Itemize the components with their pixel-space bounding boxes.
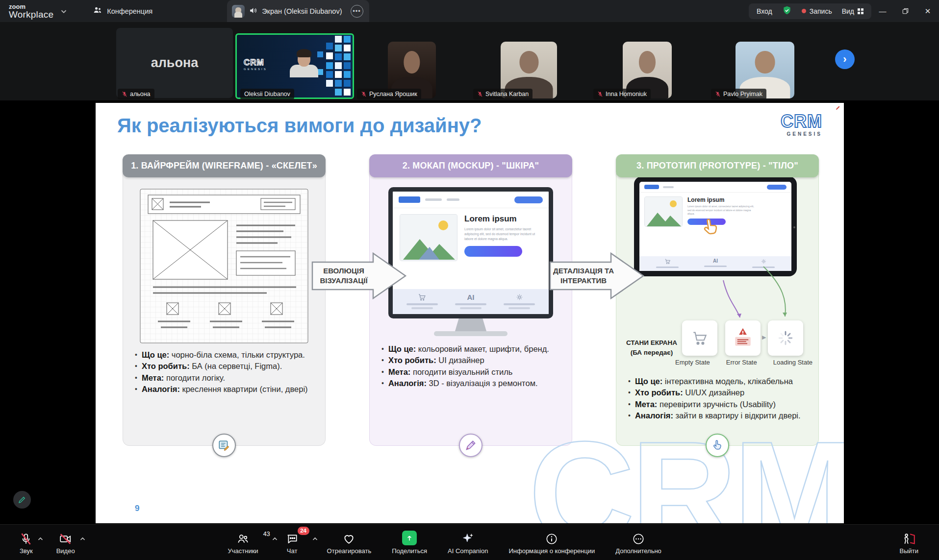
- participants-chevron[interactable]: [272, 535, 278, 542]
- ai-companion-label: AI Companion: [448, 547, 488, 555]
- annotation-marker-icon: [835, 105, 841, 111]
- audio-button[interactable]: Звук: [20, 531, 33, 555]
- window-minimize-button[interactable]: —: [871, 0, 894, 22]
- meeting-info-label: Информация о конференции: [508, 547, 595, 555]
- login-button[interactable]: Вход: [757, 7, 772, 15]
- audio-label: Звук: [20, 547, 33, 555]
- monitor-mockup: Lorem ipsum Lorem ipsum dolor sit amet, …: [388, 187, 553, 336]
- more-icon: [632, 531, 645, 545]
- record-label: Запись: [810, 7, 832, 15]
- chat-unread-badge: 24: [298, 527, 309, 535]
- card-wireframe-header: 1. ВАЙРФРЕЙМ (WIREFRAME) - «СКЕЛЕТ»: [123, 154, 326, 177]
- shared-screen-stage: Як реалізуються вимоги до дизайну? CRM G…: [0, 100, 939, 524]
- camera-off-icon: [59, 531, 72, 545]
- design-tools-icon: [459, 434, 482, 457]
- tab-conference[interactable]: Конференция: [93, 5, 152, 17]
- leave-door-icon: [902, 531, 916, 545]
- card-mockup-header: 2. МОКАП (MOCKUP) - "ШКІРА": [369, 154, 572, 177]
- security-shield-icon[interactable]: [782, 5, 792, 17]
- next-participants-button[interactable]: ›: [835, 49, 855, 69]
- participants-button[interactable]: Участники 43: [228, 531, 258, 555]
- heart-icon: [342, 531, 355, 545]
- workspace-chevron-down-icon[interactable]: [60, 7, 67, 16]
- name-tag-alona: альона: [118, 89, 154, 99]
- spinner-icon: [777, 330, 794, 346]
- meeting-info-button[interactable]: Информация о конференции: [508, 531, 595, 555]
- info-icon: [545, 531, 558, 545]
- video-options-chevron[interactable]: [79, 535, 86, 542]
- view-button[interactable]: Вид: [842, 7, 863, 15]
- state-names: Empty State Error State Loading State: [675, 359, 812, 366]
- annotation-pencil-button[interactable]: [13, 491, 31, 509]
- chat-label: Чат: [287, 547, 298, 555]
- mockup-cta-button: [464, 246, 522, 257]
- video-tile-alona[interactable]: альона: [116, 28, 233, 98]
- leave-label: Выйти: [900, 547, 919, 555]
- speaker-silhouette: [290, 51, 318, 77]
- chat-button[interactable]: Чат 24: [286, 531, 299, 555]
- chat-chevron[interactable]: [312, 535, 318, 542]
- arrow-evolution: ЕВОЛЮЦІЯВІЗУАЛІЗАЦІЇ: [311, 252, 407, 299]
- view-label: Вид: [842, 7, 854, 15]
- mockup-heading: Lorem ipsum: [464, 214, 538, 224]
- audio-options-chevron[interactable]: [37, 535, 44, 542]
- image-placeholder: [400, 214, 457, 261]
- participants-label: Участники: [228, 547, 258, 555]
- wireframe-sketch: [139, 188, 309, 344]
- people-icon: [93, 5, 102, 17]
- error-icon: [730, 325, 756, 351]
- mockup-heading: Lorem ipsum: [687, 196, 756, 203]
- react-button[interactable]: Отреагировать: [327, 531, 372, 555]
- name-tag-pavlo: Pavlo Pryimak: [711, 89, 766, 99]
- titlebar: zoom Workplace Конференция Экран (Oleksi…: [0, 0, 939, 22]
- participant-name-large: альона: [151, 55, 199, 71]
- ai-companion-button[interactable]: AI Companion: [448, 531, 488, 555]
- empty-state-card: [682, 320, 717, 356]
- tab-more-icon[interactable]: •••: [351, 5, 363, 18]
- card-wireframe-bullets: •Що це: чорно-біла схема, тільки структу…: [135, 350, 313, 394]
- share-label: Поделиться: [392, 547, 427, 555]
- name-tag-svitlana: Svitlana Karban: [473, 89, 533, 99]
- tab-shared-screen[interactable]: Экран (Oleksii Diubanov) •••: [227, 0, 369, 22]
- page-number: 9: [135, 504, 139, 513]
- mockup-body-text: Lorem ipsum dolor sit amet, consectetur …: [464, 227, 538, 242]
- more-label: Дополнительно: [615, 547, 661, 555]
- share-button[interactable]: Поделиться: [392, 531, 427, 555]
- video-strip: альона CRM GENESIS альона Oleksii Diuban…: [0, 22, 939, 100]
- cart-icon: [691, 330, 708, 346]
- crm-watermark: CRM: [529, 419, 844, 523]
- muted-mic-icon: [715, 91, 721, 97]
- slide-title: Як реалізуються вимоги до дизайну?: [117, 115, 482, 137]
- sparkle-icon: [461, 531, 475, 545]
- video-button[interactable]: Видео: [56, 531, 75, 555]
- leave-button[interactable]: Выйти: [900, 531, 919, 555]
- participants-count: 43: [263, 531, 270, 537]
- more-button[interactable]: Дополнительно: [615, 531, 661, 555]
- name-tag-oleksii: Oleksii Diubanov: [240, 89, 294, 99]
- participants-icon: [236, 531, 250, 545]
- card-prototype-header: 3. ПРОТОТИП (PROTOTYPE) - "ТІЛО": [616, 154, 819, 177]
- zoom-workplace-logo: zoom Workplace: [9, 3, 53, 19]
- mic-muted-icon: [20, 531, 32, 545]
- card-wireframe: 1. ВАЙРФРЕЙМ (WIREFRAME) - «СКЕЛЕТ»: [123, 154, 326, 446]
- ai-label: AI: [467, 293, 474, 301]
- arrow-detailing: ДЕТАЛІЗАЦІЯ ТАІНТЕРАКТИВ: [549, 252, 645, 299]
- muted-mic-icon: [597, 91, 603, 97]
- recording-indicator[interactable]: Запись: [802, 7, 832, 15]
- window-close-button[interactable]: ✕: [916, 0, 939, 22]
- name-tag-ruslana: Руслана Ярошик: [357, 89, 421, 99]
- muted-mic-icon: [361, 91, 367, 97]
- crm-genesis-logo: CRM GENESIS: [244, 58, 267, 71]
- window-restore-button[interactable]: [894, 0, 916, 22]
- tab-conference-label: Конференция: [107, 7, 152, 15]
- meeting-controls-pill: Вход Запись Вид: [749, 3, 871, 19]
- muted-mic-icon: [477, 91, 483, 97]
- tab-shared-screen-label: Экран (Oleksii Diubanov): [262, 7, 342, 15]
- avatar: [232, 5, 245, 18]
- loading-state-card: [768, 320, 803, 356]
- gear-icon: [515, 293, 524, 301]
- grid-view-icon: [858, 8, 863, 14]
- screen-states-label: СТАНИ ЕКРАНА (БА передає): [623, 338, 680, 357]
- error-state-card: [725, 320, 761, 356]
- speaker-icon: [249, 6, 257, 16]
